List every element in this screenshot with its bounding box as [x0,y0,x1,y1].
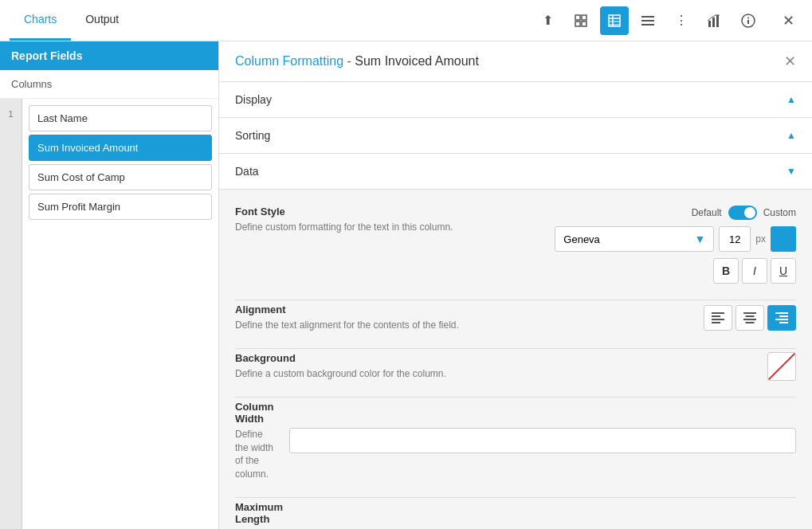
maximum-length-controls [299,501,796,529]
background-section: Background Define a custom background co… [235,352,796,381]
svg-rect-19 [712,315,720,317]
alignment-label: Alignment [235,304,493,315]
background-desc: Define a custom background color for the… [235,367,493,381]
upload-icon[interactable]: ⬆ [533,6,562,35]
font-style-label: Font Style [235,206,493,217]
font-style-section: Font Style Define custom formatting for … [235,206,796,284]
font-size-input[interactable] [719,226,751,252]
toggle-custom-label: Custom [763,207,796,218]
cf-close-button[interactable]: ✕ [784,53,796,70]
list-icon[interactable] [634,6,662,35]
alignment-label-col: Alignment Define the text alignment for … [235,304,493,332]
maximum-length-section: Maximum Length Define the maximum number… [235,501,796,529]
svg-rect-26 [775,312,788,314]
sidebar-item-last-name[interactable]: Last Name [29,105,212,131]
svg-rect-3 [582,22,586,26]
sidebar-item-sum-invoiced[interactable]: Sum Invoiced Amount [29,135,212,161]
font-style-label-col: Font Style Define custom formatting for … [235,206,493,284]
svg-rect-14 [716,15,719,27]
px-unit-label: px [755,233,766,245]
table-icon[interactable] [600,6,629,35]
toggle-default-label: Default [692,207,722,218]
background-label: Background [235,352,493,364]
alignment-desc: Define the text alignment for the conten… [235,319,493,332]
column-width-label: Column Width [235,401,273,425]
svg-rect-12 [708,21,711,27]
accordion-data-arrow: ▼ [787,166,796,177]
accordion-data-header[interactable]: Data ▼ [219,154,812,189]
chart-icon[interactable] [700,6,729,35]
grid-icon[interactable] [567,6,595,35]
svg-rect-0 [575,15,580,20]
font-color-swatch[interactable] [771,226,796,252]
accordion-sorting-arrow: ▲ [787,130,796,141]
italic-button[interactable]: I [742,258,767,284]
svg-rect-9 [641,16,654,18]
close-button[interactable]: ✕ [774,6,802,35]
column-width-input[interactable] [289,428,796,453]
font-style-toggle[interactable] [728,206,757,220]
sidebar-item-sum-profit[interactable]: Sum Profit Margin [29,194,212,220]
maximum-length-label: Maximum Length [235,501,283,525]
svg-rect-23 [746,315,755,317]
font-style-controls: Default Custom Geneva ▼ px [509,206,796,284]
font-style-desc: Define custom formatting for the text in… [235,221,493,234]
font-toggle-row: Default Custom [692,206,796,220]
bold-button[interactable]: B [713,258,739,284]
column-width-label-col: Column Width Define the width of the col… [235,401,273,481]
underline-button[interactable]: U [771,258,796,284]
right-panel: Column Formatting - Sum Invoiced Amount … [219,41,812,529]
column-width-controls [289,401,796,481]
accordion-display-arrow: ▲ [787,94,796,105]
toggle-thumb [744,207,755,218]
cf-title: Column Formatting - Sum Invoiced Amount [235,54,479,69]
sidebar: Report Fields Columns 1 Last Name Sum In… [0,41,219,529]
tab-charts[interactable]: Charts [10,0,71,41]
bg-slash-icon [767,352,795,380]
accordion-display: Display ▲ [219,82,812,118]
sidebar-item-sum-cost[interactable]: Sum Cost of Camp [29,164,212,190]
text-style-row: B I U [713,258,796,284]
svg-rect-18 [712,312,724,314]
divider-3 [235,397,796,398]
align-left-button[interactable] [704,305,732,331]
tab-output[interactable]: Output [71,0,133,41]
more-icon[interactable]: ⋮ [667,6,696,35]
svg-rect-24 [743,319,756,320]
top-bar: Charts Output ⬆ [0,0,812,41]
svg-rect-13 [712,18,715,27]
svg-rect-29 [779,322,788,323]
alignment-section: Alignment Define the text alignment for … [235,304,796,332]
font-select-arrow-icon: ▼ [694,233,705,245]
info-icon[interactable] [734,6,763,35]
divider-1 [235,300,796,300]
font-family-select[interactable]: Geneva ▼ [555,226,714,252]
maximum-length-label-col: Maximum Length Define the maximum number… [235,501,283,529]
background-controls [509,352,796,381]
toolbar-icons: ⬆ ⋮ [533,6,802,35]
accordion-sorting-header[interactable]: Sorting ▲ [219,118,812,153]
svg-point-17 [747,17,749,18]
column-width-desc: Define the width of the column. [235,428,273,481]
cf-header: Column Formatting - Sum Invoiced Amount … [219,41,812,82]
align-center-button[interactable] [736,305,764,331]
align-right-button[interactable] [767,305,796,331]
svg-rect-10 [641,20,654,22]
row-number: 1 [0,100,22,127]
sidebar-sub-header: Columns [0,70,218,99]
sidebar-inner: 1 Last Name Sum Invoiced Amount Sum Cost… [0,99,218,529]
sidebar-list: Last Name Sum Invoiced Amount Sum Cost o… [22,99,218,529]
alignment-controls [509,304,796,332]
accordion-data: Data ▼ [219,154,812,190]
background-label-col: Background Define a custom background co… [235,352,493,381]
sidebar-header: Report Fields [0,41,218,70]
align-row [704,305,796,331]
svg-rect-27 [779,315,788,317]
svg-rect-21 [712,322,720,323]
accordion-display-header[interactable]: Display ▲ [219,82,812,117]
row-number-strip: 1 [0,99,22,529]
svg-rect-11 [641,24,654,25]
background-color-swatch[interactable] [767,352,796,381]
svg-rect-2 [575,22,580,26]
svg-rect-20 [712,319,724,320]
